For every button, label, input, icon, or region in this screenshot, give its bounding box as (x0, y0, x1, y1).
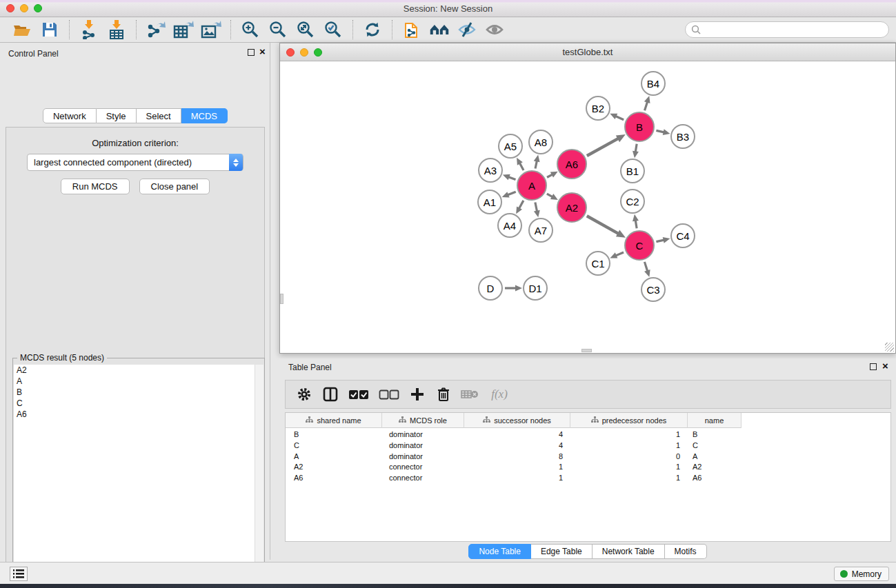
import-network-button[interactable] (79, 19, 99, 40)
graph-node-C4[interactable]: C4 (670, 223, 695, 248)
criterion-select[interactable]: largest connected component (directed) (27, 154, 243, 171)
graph-node-B3[interactable]: B3 (670, 124, 695, 149)
graph-node-A6[interactable]: A6 (557, 149, 587, 179)
mcds-result-title: MCDS result (5 nodes) (17, 353, 107, 363)
window-titlebar: Session: New Session (0, 0, 896, 17)
table-float-icon[interactable] (870, 363, 877, 370)
table-toolbar: f(x) (285, 380, 891, 409)
export-image-button[interactable] (201, 19, 221, 40)
add-column-button[interactable] (408, 385, 426, 403)
graph-node-A4[interactable]: A4 (497, 213, 522, 238)
graph-node-A8[interactable]: A8 (528, 130, 553, 154)
memory-button[interactable]: Memory (834, 567, 889, 581)
first-neighbors-button[interactable] (429, 19, 450, 40)
table-row[interactable]: A6connector11A6 (286, 473, 741, 484)
network-window-titlebar: testGlobe.txt (280, 43, 895, 61)
graph-node-C3[interactable]: C3 (641, 277, 666, 302)
graph-node-D1[interactable]: D1 (523, 276, 548, 301)
column-header-shared-name[interactable]: shared name (286, 413, 382, 428)
show-all-button[interactable] (484, 19, 505, 40)
import-table-button[interactable] (106, 19, 127, 40)
zoom-in-button[interactable] (240, 19, 261, 40)
split-panel-button[interactable] (321, 385, 339, 403)
gear-icon (297, 387, 312, 402)
table-row[interactable]: Cdominator41C (286, 440, 741, 452)
result-list-item[interactable]: A6 (14, 409, 255, 420)
result-list-item[interactable]: C (14, 398, 255, 409)
attribute-icon (306, 416, 313, 425)
table-tabs: Node TableEdge TableNetwork TableMotifs (279, 544, 896, 559)
graph-node-A2[interactable]: A2 (557, 192, 587, 223)
trash-icon (437, 387, 450, 402)
tab-network-table[interactable]: Network Table (593, 544, 665, 559)
tab-edge-table[interactable]: Edge Table (531, 544, 593, 559)
run-mcds-button[interactable]: Run MCDS (61, 179, 130, 194)
tab-network[interactable]: Network (43, 108, 97, 123)
graph-node-C2[interactable]: C2 (620, 189, 645, 214)
apply-function-button[interactable]: f(x) (487, 385, 512, 403)
tab-style[interactable]: Style (97, 108, 137, 123)
tab-node-table[interactable]: Node Table (468, 544, 531, 559)
hide-selected-button[interactable] (457, 19, 477, 40)
mcds-result-list: A2ABCA6 (14, 365, 255, 588)
graph-node-D[interactable]: D (478, 276, 503, 301)
left-splitter-handle[interactable] (280, 294, 283, 304)
result-list-item[interactable]: B (14, 387, 255, 398)
zoom-selected-icon (324, 21, 342, 39)
column-header-name[interactable]: name (688, 413, 741, 428)
result-list-item[interactable]: A (14, 376, 255, 387)
window-resize-grip[interactable] (885, 343, 894, 352)
search-icon (691, 25, 701, 34)
zoom-selected-button[interactable] (323, 19, 344, 40)
tab-mcds[interactable]: MCDS (181, 108, 228, 123)
window-title: Session: New Session (0, 3, 896, 14)
toolbar-separator (352, 20, 353, 39)
select-all-button[interactable] (348, 385, 370, 403)
graph-node-B1[interactable]: B1 (620, 159, 645, 183)
tab-select[interactable]: Select (137, 108, 181, 123)
export-table-button[interactable] (173, 19, 194, 40)
export-image-icon (201, 20, 221, 39)
graph-node-C[interactable]: C (624, 230, 655, 261)
table-row[interactable]: A2connector11A2 (286, 462, 741, 473)
save-session-button[interactable] (39, 19, 60, 40)
open-session-button[interactable] (12, 19, 32, 40)
graph-node-B[interactable]: B (624, 112, 655, 142)
table-panel: Table Panel × (279, 358, 896, 560)
export-network-button[interactable] (146, 19, 166, 40)
tab-motifs[interactable]: Motifs (665, 544, 707, 559)
column-header-successor-nodes[interactable]: successor nodes (464, 413, 570, 428)
table-settings-button[interactable] (295, 385, 313, 403)
close-panel-button[interactable]: Close panel (139, 179, 210, 194)
new-network-from-selection-button[interactable] (401, 19, 422, 40)
zoom-out-button[interactable] (268, 19, 288, 40)
apply-layout-button[interactable] (362, 19, 383, 40)
delete-table-button[interactable] (461, 385, 479, 403)
graph-node-C1[interactable]: C1 (586, 251, 610, 276)
deselect-all-button[interactable] (378, 385, 400, 403)
table-row[interactable]: Adominator80A (286, 452, 741, 463)
graph-node-A5[interactable]: A5 (498, 134, 523, 159)
graph-node-A1[interactable]: A1 (477, 190, 502, 214)
export-table-icon (173, 20, 194, 39)
delete-columns-button[interactable] (435, 385, 452, 403)
column-header-predecessor-nodes[interactable]: predecessor nodes (570, 413, 688, 428)
network-canvas[interactable]: B4B2BB3A5A8A6A3B1AA1C2A2A4A7C4CC1C3DD1 (280, 61, 895, 353)
table-row[interactable]: Bdominator41B (286, 429, 741, 440)
fit-content-button[interactable] (295, 19, 316, 40)
result-list-scrollbar[interactable] (255, 365, 263, 588)
search-input[interactable] (685, 21, 889, 38)
task-history-button[interactable] (10, 567, 28, 581)
graph-node-A[interactable]: A (517, 170, 547, 201)
graph-node-B2[interactable]: B2 (586, 96, 610, 121)
houses-icon (429, 21, 450, 38)
graph-node-A7[interactable]: A7 (528, 218, 553, 243)
close-panel-icon[interactable]: × (259, 45, 266, 58)
float-panel-icon[interactable] (248, 49, 255, 56)
table-close-icon[interactable]: × (882, 360, 888, 372)
graph-node-B4[interactable]: B4 (641, 71, 666, 96)
bottom-splitter-handle[interactable] (581, 349, 592, 352)
result-list-item[interactable]: A2 (14, 365, 255, 376)
graph-node-A3[interactable]: A3 (478, 158, 503, 183)
column-header-MCDS-role[interactable]: MCDS role (382, 413, 464, 428)
